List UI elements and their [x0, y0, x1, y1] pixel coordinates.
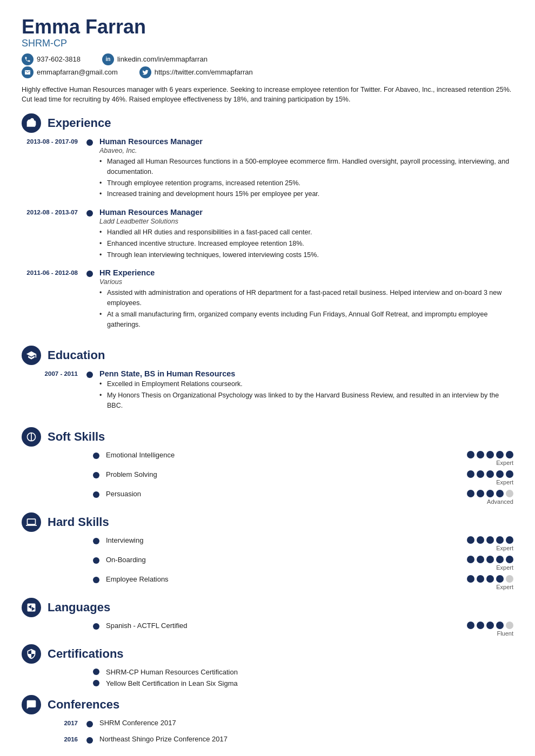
- hard-skill-level-3: Expert: [496, 584, 513, 590]
- cert-item-1: SHRM-CP Human Resources Certification: [22, 668, 513, 676]
- dot-3: [486, 575, 494, 583]
- lang-skill-dots-1: [467, 622, 513, 629]
- hard-skill-dot-1: [93, 538, 99, 544]
- exp-bullet-2-3: Through lean interviewing techniques, lo…: [99, 250, 513, 260]
- dot-5: [506, 536, 513, 544]
- lang-skill-row-1: Spanish - ACTFL Certified Fluent: [22, 622, 513, 637]
- certifications-icon: [22, 644, 41, 664]
- dot-4: [496, 556, 504, 563]
- edu-content-1: Penn State, BS in Human Resources Excell…: [99, 369, 513, 411]
- exp-item-3: 2011-06 - 2012-08 HR Experience Various …: [22, 268, 513, 330]
- candidate-name: Emma Farran: [22, 16, 513, 38]
- dot-2: [477, 536, 484, 544]
- exp-company-1: Abaveo, Inc.: [99, 147, 513, 154]
- soft-skills-icon: [22, 427, 41, 447]
- education-section: Education 2007 - 2011 Penn State, BS in …: [22, 346, 513, 419]
- hard-skill-rating-2: Expert: [449, 556, 513, 571]
- lang-skill-name-1: Spanish - ACTFL Certified: [106, 622, 449, 630]
- conf-content-2: Northeast Shingo Prize Conference 2017: [99, 735, 513, 743]
- dot-5-empty: [506, 622, 513, 629]
- conf-name-1: SHRM Conference 2017: [99, 719, 176, 727]
- exp-content-1: Human Resources Manager Abaveo, Inc. Man…: [99, 137, 513, 200]
- phone-item: 937-602-3818: [22, 53, 81, 65]
- dot-3: [486, 451, 494, 458]
- soft-skill-level-2: Expert: [496, 479, 513, 485]
- cert-text-2: Yellow Belt Certification in Lean Six Si…: [106, 679, 238, 687]
- hard-skill-dots-1: [467, 536, 513, 544]
- dot-3: [486, 536, 494, 544]
- conferences-header: Conferences: [22, 695, 513, 714]
- cert-item-2: Yellow Belt Certification in Lean Six Si…: [22, 679, 513, 687]
- dot-2: [477, 575, 484, 583]
- exp-dot-1: [86, 139, 93, 146]
- soft-skill-name-3: Persuasion: [106, 490, 449, 498]
- soft-skill-level-1: Expert: [496, 460, 513, 466]
- hard-skill-name-2: On-Boarding: [106, 556, 449, 564]
- hard-skills-icon: [22, 512, 41, 532]
- exp-date-2: 2012-08 - 2013-07: [22, 208, 86, 215]
- certifications-header: Certifications: [22, 644, 513, 664]
- dot-4: [496, 470, 504, 478]
- dot-1: [467, 536, 474, 544]
- lang-skill-rating-1: Fluent: [449, 622, 513, 637]
- exp-bullets-2: Handled all HR duties and responsibiliti…: [99, 227, 513, 260]
- dot-1: [467, 575, 474, 583]
- languages-icon: [22, 598, 41, 617]
- twitter-icon: [139, 66, 151, 78]
- dot-1: [467, 490, 474, 497]
- resume-page: Emma Farran SHRM-CP 937-602-3818 in link…: [0, 0, 535, 756]
- edu-item-1: 2007 - 2011 Penn State, BS in Human Reso…: [22, 369, 513, 411]
- cert-dot-2: [93, 680, 99, 686]
- hard-skills-title: Hard Skills: [48, 515, 109, 529]
- certifications-title: Certifications: [48, 647, 124, 661]
- dot-3: [486, 470, 494, 478]
- soft-skill-dots-1: [467, 451, 513, 458]
- education-timeline: 2007 - 2011 Penn State, BS in Human Reso…: [22, 369, 513, 419]
- hard-skill-name-1: Interviewing: [106, 536, 449, 544]
- dot-4: [496, 536, 504, 544]
- cert-dot-1: [93, 669, 99, 675]
- edu-date-1: 2007 - 2011: [22, 369, 86, 377]
- hard-skill-row-2: On-Boarding Expert: [22, 556, 513, 571]
- email-item: emmapfarran@gmail.com: [22, 66, 118, 78]
- exp-item-1: 2013-08 - 2017-09 Human Resources Manage…: [22, 137, 513, 200]
- experience-timeline: 2013-08 - 2017-09 Human Resources Manage…: [22, 137, 513, 338]
- exp-title-1: Human Resources Manager: [99, 137, 513, 146]
- linkedin-item: in linkedin.com/in/emmapfarran: [102, 53, 208, 65]
- soft-skill-dots-3: [467, 490, 513, 497]
- conferences-section: Conferences 2017 SHRM Conference 2017 20…: [22, 695, 513, 751]
- languages-section: Languages Spanish - ACTFL Certified Flue…: [22, 598, 513, 637]
- dot-4: [496, 622, 504, 629]
- exp-dot-3: [86, 271, 93, 277]
- credential: SHRM-CP: [22, 38, 513, 49]
- dot-1: [467, 622, 474, 629]
- linkedin-text: linkedin.com/in/emmapfarran: [117, 55, 208, 63]
- twitter-text: https://twitter.com/emmapfarran: [155, 68, 253, 76]
- summary: Highly effective Human Resources manager…: [22, 85, 513, 105]
- exp-bullets-1: Managed all Human Resources functions in…: [99, 157, 513, 199]
- education-title: Education: [48, 348, 105, 362]
- soft-skill-dots-2: [467, 470, 513, 478]
- exp-title-2: Human Resources Manager: [99, 208, 513, 217]
- dot-5-empty: [506, 575, 513, 583]
- conferences-timeline: 2017 SHRM Conference 2017 2016 Northeast…: [22, 719, 513, 751]
- education-header: Education: [22, 346, 513, 365]
- exp-company-2: Ladd Leadbetter Solutions: [99, 218, 513, 225]
- edu-bullets-1: Excelled in Employment Relations courseo…: [99, 379, 513, 410]
- dot-1: [467, 451, 474, 458]
- conf-item-2: 2016 Northeast Shingo Prize Conference 2…: [22, 735, 513, 744]
- conf-dot-1: [86, 721, 93, 727]
- exp-item-2: 2012-08 - 2013-07 Human Resources Manage…: [22, 208, 513, 261]
- dot-1: [467, 470, 474, 478]
- hard-skill-name-3: Employee Relations: [106, 575, 449, 583]
- soft-skill-level-3: Advanced: [487, 498, 513, 505]
- soft-skill-dot-3: [93, 491, 99, 498]
- dot-4: [496, 451, 504, 458]
- hard-skill-dot-2: [93, 557, 99, 564]
- exp-bullet-2-1: Handled all HR duties and responsibiliti…: [99, 227, 513, 238]
- dot-5: [506, 556, 513, 563]
- dot-2: [477, 451, 484, 458]
- contact-row-2: emmapfarran@gmail.com https://twitter.co…: [22, 66, 513, 78]
- exp-bullet-3-2: At a small manufacturing firm, organized…: [99, 309, 513, 330]
- dot-3: [486, 556, 494, 563]
